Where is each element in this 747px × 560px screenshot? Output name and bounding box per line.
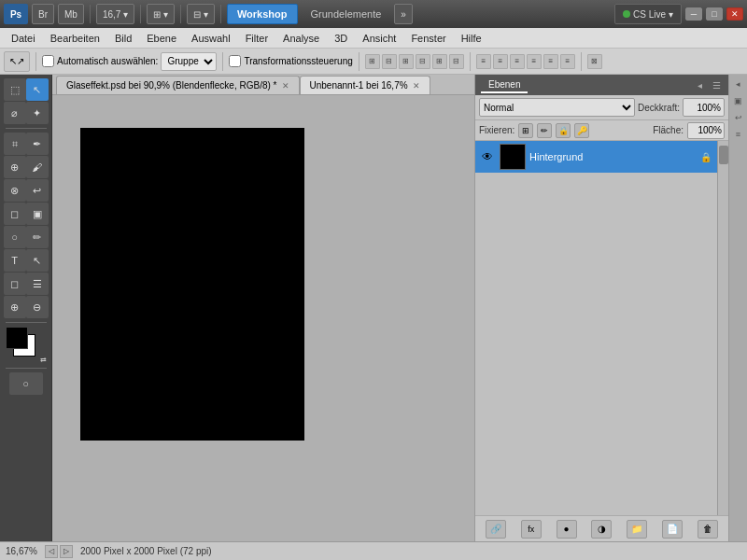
hand-tool[interactable]: ☰ (26, 273, 49, 295)
fill-value[interactable]: 100% (687, 122, 725, 139)
main-layout: ⬚ ↖ ⌀ ✦ ⌗ ✒ ⊕ 🖌 ⊗ ↩ ◻ ▣ ○ ✏ T ↖ (0, 75, 747, 541)
history-tool[interactable]: ↩ (26, 179, 49, 202)
add-mask-button[interactable]: ● (557, 520, 577, 539)
dist-left-icon[interactable]: ≡ (476, 54, 491, 69)
menu-hilfe[interactable]: Hilfe (454, 31, 489, 46)
menu-bearbeiten[interactable]: Bearbeiten (43, 31, 107, 46)
align-right-icon[interactable]: ⊞ (399, 54, 414, 69)
panel-menu-icon[interactable]: ☰ (710, 78, 723, 91)
eyedropper-tool[interactable]: ✒ (26, 133, 49, 155)
maximize-button[interactable]: □ (706, 7, 723, 21)
quick-select-tool[interactable]: ✦ (26, 102, 49, 124)
delete-layer-button[interactable]: 🗑 (698, 520, 718, 539)
canvas-viewport[interactable] (52, 95, 474, 541)
brush-tool[interactable]: 🖌 (26, 156, 49, 178)
menu-fenster[interactable]: Fenster (403, 31, 453, 46)
workspace-active[interactable]: Workshop (227, 4, 298, 24)
pen-tool[interactable]: ✏ (26, 226, 49, 248)
dist-bottom-icon[interactable]: ≡ (560, 54, 575, 69)
link-layers-button[interactable]: 🔗 (486, 520, 506, 539)
mini-history-button[interactable]: ↩ (731, 110, 746, 125)
eraser-tool[interactable]: ◻ (4, 203, 26, 225)
canvas-size-button[interactable]: 16,7 ▾ (96, 4, 134, 24)
crop-tool[interactable]: ⌗ (4, 133, 26, 155)
align-top-icon[interactable]: ⊟ (416, 54, 430, 69)
dist-middle-icon[interactable]: ≡ (543, 54, 558, 69)
spot-heal-tool[interactable]: ⊕ (4, 156, 26, 178)
dist-center-icon[interactable]: ≡ (493, 54, 508, 69)
layers-tab[interactable]: Ebenen (481, 77, 528, 93)
layer-visibility-toggle[interactable]: 👁 (479, 148, 496, 165)
app-icon: Ps (4, 4, 28, 24)
menu-auswahl[interactable]: Auswahl (184, 31, 238, 46)
auto-align-icon[interactable]: ⊠ (587, 54, 602, 69)
clone-tool[interactable]: ⊗ (4, 179, 26, 202)
new-layer-button[interactable]: 📄 (662, 520, 683, 539)
foreground-color[interactable] (6, 327, 28, 349)
lock-all-button[interactable]: 🔒 (556, 123, 571, 138)
view-mode-button[interactable]: ⊞ ▾ (147, 4, 175, 24)
close-button[interactable]: ✕ (726, 7, 743, 21)
adjustment-layer-button[interactable]: ◑ (591, 520, 612, 539)
auto-select-dropdown[interactable]: Gruppe Ebene (161, 52, 217, 71)
quick-mask-button[interactable]: ○ (9, 372, 43, 395)
tab-unbenannt[interactable]: Unbenannt-1 bei 16,7% ✕ (300, 76, 430, 94)
auto-select-input[interactable] (42, 55, 54, 67)
menu-filter[interactable]: Filter (238, 31, 275, 46)
menu-bild[interactable]: Bild (107, 31, 139, 46)
transform-input[interactable] (229, 55, 241, 67)
more-workspaces-button[interactable]: » (394, 4, 413, 24)
transform-label: Transformationssteuerung (244, 56, 352, 66)
move-tool-options[interactable]: ↖↗ (4, 51, 30, 72)
tool-row-4: ⊕ 🖌 (0, 156, 51, 178)
mini-info-button[interactable]: ◂ (731, 77, 746, 91)
dodge-tool[interactable]: ○ (4, 226, 26, 248)
move-tool[interactable]: ↖ (26, 78, 49, 101)
path-select-tool[interactable]: ↖ (26, 249, 49, 272)
nav-next-button[interactable]: ▷ (60, 545, 73, 558)
layers-scrollbar[interactable] (717, 141, 728, 515)
zoom-out-tool[interactable]: ⊖ (26, 296, 49, 318)
lasso-tool[interactable]: ⌀ (4, 102, 26, 124)
dist-top-icon[interactable]: ≡ (527, 54, 542, 69)
align-center-icon[interactable]: ⊟ (382, 54, 397, 69)
mini-layers-button[interactable]: ≡ (731, 127, 746, 142)
nav-prev-button[interactable]: ◁ (45, 545, 58, 558)
menu-analyse[interactable]: Analyse (275, 31, 327, 46)
swap-colors[interactable]: ⇄ (40, 356, 47, 364)
cs-live-button[interactable]: CS Live ▾ (614, 4, 682, 24)
menu-ansicht[interactable]: Ansicht (355, 31, 403, 46)
layer-row-hintergrund[interactable]: 👁 Hintergrund 🔒 (475, 141, 717, 173)
workspace-alt[interactable]: Grundelemente (302, 4, 391, 24)
lock-position-button[interactable]: ✏ (537, 123, 552, 138)
tab-glaseffekt[interactable]: Glaseffekt.psd bei 90,9% (Blendenflecke,… (56, 76, 300, 94)
gradient-tool[interactable]: ▣ (26, 203, 49, 225)
zoom-tool[interactable]: ⊕ (4, 296, 26, 318)
shape-tool[interactable]: ◻ (4, 273, 26, 295)
menu-3d[interactable]: 3D (327, 31, 355, 46)
align-left-icon[interactable]: ⊞ (365, 54, 380, 69)
align-bottom-icon[interactable]: ⊟ (449, 54, 464, 69)
bridge-button[interactable]: Br (32, 4, 54, 24)
type-tool[interactable]: T (4, 249, 26, 272)
blend-mode-select[interactable]: Normal Multiplizieren Negativ multiplizi… (479, 98, 635, 117)
lock-pixels-button[interactable]: ⊞ (518, 123, 533, 138)
panel-collapse-icon[interactable]: ◂ (693, 78, 706, 91)
new-group-button[interactable]: 📁 (627, 520, 647, 539)
scrollbar-thumb[interactable] (719, 146, 728, 164)
tab-unbenannt-close[interactable]: ✕ (413, 81, 420, 91)
minimize-button[interactable]: ─ (685, 7, 702, 21)
tool-row-1: ⬚ ↖ (0, 78, 51, 101)
marquee-tool[interactable]: ⬚ (4, 78, 26, 101)
extras-button[interactable]: ⊟ ▾ (187, 4, 215, 24)
tab-glaseffekt-close[interactable]: ✕ (282, 81, 289, 91)
align-middle-icon[interactable]: ⊞ (432, 54, 447, 69)
menu-datei[interactable]: Datei (4, 31, 43, 46)
opacity-value[interactable]: 100% (683, 98, 725, 117)
dist-right-icon[interactable]: ≡ (510, 54, 525, 69)
layer-fx-button[interactable]: fx (521, 520, 542, 539)
lock-extra-button[interactable]: 🔑 (574, 123, 589, 138)
mini-bridge-button[interactable]: Mb (58, 4, 84, 24)
mini-color-button[interactable]: ▣ (731, 93, 746, 108)
menu-ebene[interactable]: Ebene (139, 31, 184, 46)
